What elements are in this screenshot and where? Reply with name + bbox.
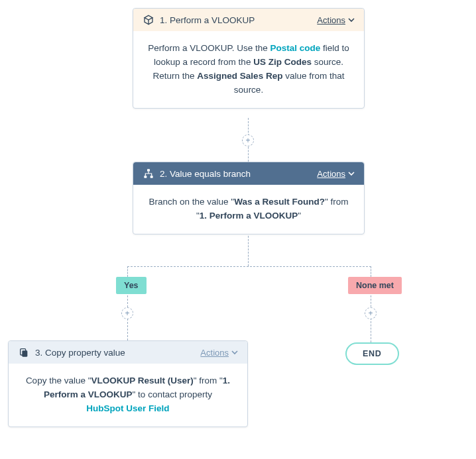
chevron-down-icon bbox=[348, 170, 355, 177]
workflow-step-vlookup[interactable]: 1. Perform a VLOOKUP Actions Perform a V… bbox=[133, 8, 365, 109]
svg-rect-4 bbox=[22, 350, 27, 356]
sitemap-icon bbox=[143, 168, 154, 179]
svg-rect-1 bbox=[144, 176, 147, 178]
cube-icon bbox=[143, 14, 154, 26]
connector-line bbox=[248, 236, 249, 266]
chevron-down-icon bbox=[231, 349, 238, 356]
svg-rect-0 bbox=[147, 169, 150, 171]
workflow-step-copy-property[interactable]: 3. Copy property value Actions Copy the … bbox=[8, 340, 248, 427]
add-action-button[interactable]: + bbox=[365, 307, 377, 319]
svg-rect-2 bbox=[150, 176, 153, 178]
card-header: 1. Perform a VLOOKUP Actions bbox=[133, 9, 364, 31]
card-header: 2. Value equals branch Actions bbox=[133, 162, 364, 185]
copy-icon bbox=[18, 346, 30, 358]
branch-condition: Was a Result Found? bbox=[234, 197, 325, 207]
actions-dropdown[interactable]: Actions bbox=[317, 15, 355, 25]
target-property-link: HubSpot User Field bbox=[86, 403, 169, 413]
card-body: Perform a VLOOKUP. Use the Postal code f… bbox=[133, 31, 364, 108]
card-title: 1. Perform a VLOOKUP bbox=[160, 15, 317, 25]
card-title: 3. Copy property value bbox=[35, 348, 200, 358]
actions-label: Actions bbox=[317, 169, 345, 179]
branch-source-step: 1. Perform a VLOOKUP bbox=[200, 211, 298, 221]
card-body: Copy the value "VLOOKUP Result (User)" f… bbox=[9, 364, 247, 427]
branch-label-yes: Yes bbox=[116, 277, 147, 294]
workflow-step-branch[interactable]: 2. Value equals branch Actions Branch on… bbox=[133, 162, 365, 234]
source-name: US Zip Codes bbox=[253, 57, 312, 67]
return-column: Assigned Sales Rep bbox=[197, 71, 282, 81]
field-link: Postal code bbox=[270, 43, 321, 53]
card-header: 3. Copy property value Actions bbox=[9, 341, 247, 364]
actions-label: Actions bbox=[317, 15, 345, 25]
card-body: Branch on the value "Was a Result Found?… bbox=[133, 185, 364, 234]
actions-dropdown[interactable]: Actions bbox=[200, 348, 238, 358]
connector-line bbox=[127, 266, 371, 267]
card-title: 2. Value equals branch bbox=[160, 169, 317, 179]
connector-line bbox=[371, 266, 371, 277]
connector-line bbox=[127, 266, 128, 277]
add-action-button[interactable]: + bbox=[121, 307, 133, 319]
chevron-down-icon bbox=[348, 17, 355, 23]
add-action-button[interactable]: + bbox=[242, 134, 254, 146]
actions-label: Actions bbox=[200, 348, 229, 358]
workflow-end: END bbox=[345, 342, 399, 365]
copy-source-value: VLOOKUP Result (User) bbox=[91, 376, 193, 385]
branch-label-none-met: None met bbox=[348, 277, 402, 294]
actions-dropdown[interactable]: Actions bbox=[317, 169, 355, 179]
workflow-canvas: + + + 1. Perform a VLOOKUP Actions Perfo… bbox=[0, 0, 476, 459]
